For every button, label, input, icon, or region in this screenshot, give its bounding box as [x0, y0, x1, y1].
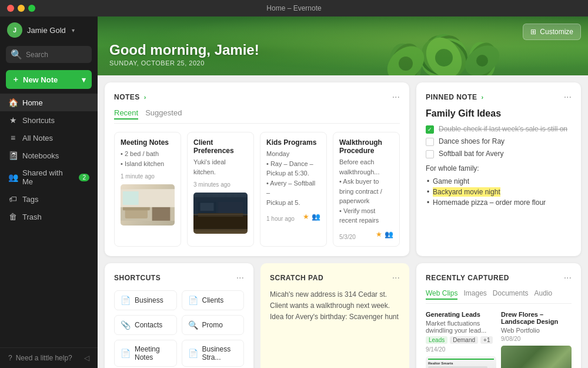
help-text[interactable]: Need a little help? — [16, 354, 72, 362]
shortcut-label: Promo — [202, 321, 223, 329]
checkbox[interactable] — [426, 150, 434, 158]
checklist-text: Double-check if last week's sale is stil… — [439, 125, 567, 133]
shortcut-item-promo[interactable]: 🔍 Promo — [182, 315, 245, 335]
recent-date: 9/08/20 — [501, 336, 572, 342]
svg-point-7 — [435, 49, 453, 67]
bullet-item: Homemade pizza – order more flour — [426, 197, 572, 208]
tag[interactable]: Demand — [450, 336, 478, 344]
tab-images[interactable]: Images — [463, 289, 486, 300]
sidebar-item-label: All Notes — [22, 134, 53, 142]
star-icon: ★ — [376, 230, 382, 238]
shortcut-item-business-stra[interactable]: 📄 Business Stra... — [182, 340, 245, 367]
shortcuts-menu-icon[interactable]: ··· — [236, 273, 244, 283]
checklist-item[interactable]: Softball bat for Avery — [426, 150, 572, 158]
customize-button[interactable]: ⊞ Customize — [523, 24, 581, 40]
note-title: Meeting Notes — [121, 138, 175, 147]
recent-item-subtitle: Market fluctuations dwindling your lead.… — [426, 320, 496, 334]
search-bar[interactable]: 🔍 — [6, 46, 92, 63]
recent-item-landscape[interactable]: Drew Flores – Landscape Design Web Portf… — [501, 311, 572, 369]
avatar: J — [7, 22, 22, 38]
sidebar-item-notebooks[interactable]: 📓 Notebooks — [0, 147, 98, 164]
notes-menu-icon[interactable]: ··· — [392, 92, 400, 102]
living-room-image — [121, 184, 175, 226]
scratch-content[interactable]: Micah's new address is 314 Cedar st. Cli… — [270, 289, 400, 323]
note-title: Kids Programs — [266, 138, 320, 147]
checkbox[interactable]: ✓ — [426, 125, 434, 134]
recent-items: Generating Leads Market fluctuations dwi… — [426, 311, 572, 369]
note-item[interactable]: Meeting Notes • 2 bed / bath• Island kit… — [114, 132, 181, 247]
user-profile[interactable]: J Jamie Gold ▾ — [0, 16, 98, 44]
recent-item-leads[interactable]: Generating Leads Market fluctuations dwi… — [426, 311, 496, 369]
sidebar-item-all-notes[interactable]: ≡ All Notes — [0, 129, 98, 147]
pinned-menu-icon[interactable]: ··· — [564, 92, 572, 102]
checklist-item[interactable]: Dance shoes for Ray — [426, 137, 572, 146]
sidebar-item-label: Shared with Me — [22, 168, 74, 186]
note-title: Client Preferences — [193, 138, 248, 155]
chevron-down-icon: ▾ — [82, 75, 86, 84]
scratch-pad-card: SCRATCH PAD ··· Micah's new address is 3… — [260, 263, 409, 369]
tag[interactable]: Leads — [426, 336, 447, 344]
notebook-icon: 📓 — [8, 151, 18, 160]
shared-people-icon: 👥 — [312, 213, 320, 221]
tag-more[interactable]: +1 — [480, 336, 493, 344]
recent-menu-icon[interactable]: ··· — [564, 273, 572, 283]
checkbox[interactable] — [426, 138, 434, 146]
search-input[interactable] — [26, 51, 87, 59]
greeting-date: SUNDAY, OCTOBER 25, 2020 — [109, 59, 259, 67]
title-bar: Home – Evernote — [0, 0, 588, 16]
shortcut-item-clients[interactable]: 📄 Clients — [182, 290, 245, 310]
bullet-item: Game night — [426, 176, 572, 187]
recent-item-title: Drew Flores – Landscape Design — [501, 311, 572, 325]
sidebar-item-shared[interactable]: 👥 Shared with Me 2 — [0, 164, 98, 190]
notes-icon: ≡ — [8, 133, 18, 142]
scratch-menu-icon[interactable]: ··· — [392, 273, 400, 283]
trash-icon: 🗑 — [8, 212, 18, 221]
customize-icon: ⊞ — [530, 28, 536, 36]
pinned-note-card: PINNED NOTE › ··· Family Gift Ideas ✓ Do… — [416, 82, 581, 256]
note-item[interactable]: Kids Programs Monday• Ray – Dance –Picku… — [260, 132, 327, 247]
tab-recent[interactable]: Recent — [114, 108, 138, 120]
document-icon: 📄 — [188, 349, 198, 358]
maximize-button[interactable] — [28, 5, 35, 12]
tab-documents[interactable]: Documents — [493, 289, 529, 300]
sidebar-item-shortcuts[interactable]: ★ Shortcuts — [0, 111, 98, 129]
shortcut-item-contacts[interactable]: 📎 Contacts — [114, 315, 177, 335]
note-thumbnail — [121, 184, 175, 226]
kitchen-image — [193, 193, 248, 234]
note-item[interactable]: Walkthrough Procedure Before each walkth… — [333, 132, 400, 247]
main-content: Good morning, Jamie! SUNDAY, OCTOBER 25,… — [98, 16, 588, 368]
sidebar-item-tags[interactable]: 🏷 Tags — [0, 190, 98, 208]
document-icon: 📄 — [188, 296, 198, 305]
close-button[interactable] — [7, 5, 14, 12]
shortcut-item-meeting-notes[interactable]: 📄 Meeting Notes — [114, 340, 177, 367]
shortcuts-grid: 📄 Business 📄 Clients 📎 Contacts 🔍 — [114, 290, 244, 369]
minimize-button[interactable] — [18, 5, 25, 12]
note-item[interactable]: Client Preferences Yuki's ideal kitchen.… — [187, 132, 254, 247]
tab-web-clips[interactable]: Web Clips — [426, 289, 457, 300]
tab-suggested[interactable]: Suggested — [145, 108, 182, 120]
new-note-button[interactable]: ＋ New Note ▾ — [6, 70, 92, 89]
notes-arrow-icon: › — [144, 94, 146, 101]
sidebar-item-label: Notebooks — [22, 151, 59, 160]
checklist-item[interactable]: ✓ Double-check if last week's sale is st… — [426, 125, 572, 134]
succulent-decoration — [370, 16, 517, 75]
tab-audio[interactable]: Audio — [534, 289, 553, 300]
shared-badge: 2 — [79, 174, 89, 181]
sidebar-item-home[interactable]: 🏠 Home — [0, 94, 98, 111]
pinned-arrow-icon: › — [482, 94, 484, 101]
collapse-icon[interactable]: ◁ — [84, 354, 89, 362]
shortcut-label: Contacts — [135, 321, 162, 329]
pinned-note-title: Family Gift Ideas — [426, 108, 572, 119]
chevron-down-icon: ▾ — [72, 27, 75, 34]
shortcut-item-business[interactable]: 📄 Business — [114, 290, 177, 310]
greeting-text: Good morning, Jamie! — [109, 42, 259, 58]
sidebar-item-label: Trash — [22, 213, 42, 221]
shortcut-label: Business — [135, 296, 163, 304]
notes-title: NOTES — [114, 93, 140, 101]
notes-tabs: Recent Suggested — [114, 108, 400, 124]
note-time: 1 hour ago — [266, 216, 295, 222]
user-name: Jamie Gold — [27, 26, 66, 35]
tags-icon: 🏷 — [8, 194, 18, 204]
sidebar-item-trash[interactable]: 🗑 Trash — [0, 208, 98, 226]
pinned-section-label: For whole family: — [426, 164, 572, 173]
